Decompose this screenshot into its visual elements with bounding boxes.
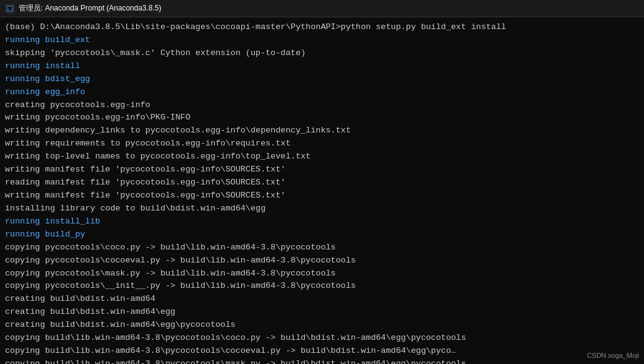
terminal-line: writing pycocotools.egg-info\PKG-INFO bbox=[5, 111, 639, 124]
terminal-line: (base) D:\Anaconda3.8.5\Lib\site-package… bbox=[5, 21, 639, 34]
terminal-line: writing manifest file 'pycocotools.egg-i… bbox=[5, 163, 639, 176]
terminal-line: copying pycocotools\__init__.py -> build… bbox=[5, 280, 639, 293]
watermark: CSDN soga_Moji bbox=[587, 352, 639, 359]
terminal-line: reading manifest file 'pycocotools.egg-i… bbox=[5, 176, 639, 189]
terminal-line: running egg_info bbox=[5, 86, 639, 99]
terminal-line: writing requirements to pycocotools.egg-… bbox=[5, 137, 639, 150]
title-bar: C:\ 管理员: Anaconda Prompt (Anaconda3.8.5) bbox=[0, 0, 644, 17]
terminal-line: creating pycocotools.egg-info bbox=[5, 99, 639, 112]
terminal-line: writing dependency_links to pycocotools.… bbox=[5, 124, 639, 137]
terminal-line: writing manifest file 'pycocotools.egg-i… bbox=[5, 189, 639, 202]
terminal-line: copying build\lib.win-amd64-3.8\pycocoto… bbox=[5, 358, 639, 364]
terminal-line: installing library code to build\bdist.w… bbox=[5, 202, 639, 215]
terminal-line: copying build\lib.win-amd64-3.8\pycocoto… bbox=[5, 345, 639, 358]
terminal-line: skipping 'pycocotools\_mask.c' Cython ex… bbox=[5, 47, 639, 60]
terminal-line: running install bbox=[5, 60, 639, 73]
terminal-line: copying build\lib.win-amd64-3.8\pycocoto… bbox=[5, 332, 639, 345]
terminal-body: (base) D:\Anaconda3.8.5\Lib\site-package… bbox=[0, 17, 644, 364]
terminal-icon: C:\ bbox=[5, 4, 15, 14]
terminal-line: copying pycocotools\mask.py -> build\lib… bbox=[5, 267, 639, 280]
svg-text:C:\: C:\ bbox=[8, 7, 14, 11]
terminal-line: running install_lib bbox=[5, 215, 639, 228]
title-bar-text: 管理员: Anaconda Prompt (Anaconda3.8.5) bbox=[19, 3, 161, 14]
terminal-line: writing top-level names to pycocotools.e… bbox=[5, 150, 639, 163]
terminal-line: copying pycocotools\coco.py -> build\lib… bbox=[5, 241, 639, 254]
terminal-line: creating build\bdist.win-amd64\egg bbox=[5, 306, 639, 319]
terminal-line: running build_ext bbox=[5, 34, 639, 47]
terminal-line: copying pycocotools\cocoeval.py -> build… bbox=[5, 254, 639, 267]
terminal-line: creating build\bdist.win-amd64\egg\pycoc… bbox=[5, 319, 639, 332]
terminal-line: running build_py bbox=[5, 228, 639, 241]
terminal-line: running bdist_egg bbox=[5, 73, 639, 86]
terminal-line: creating build\bdist.win-amd64 bbox=[5, 293, 639, 306]
